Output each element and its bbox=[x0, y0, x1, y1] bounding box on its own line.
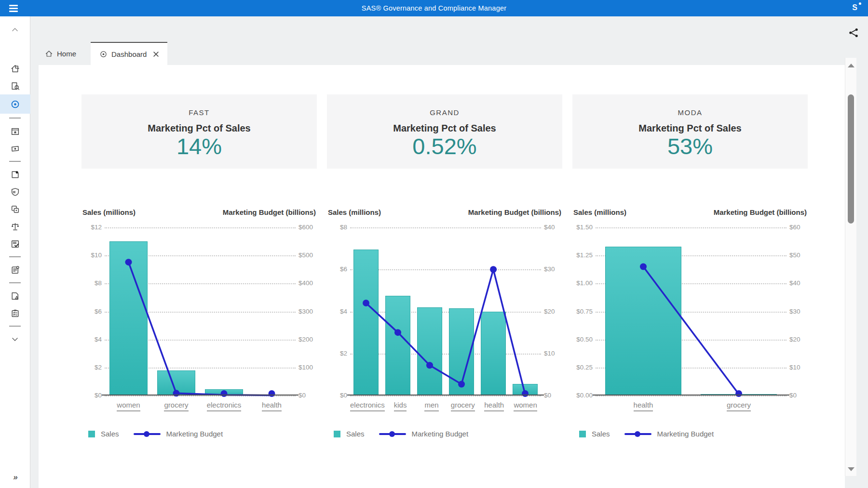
budget-point[interactable] bbox=[125, 259, 132, 265]
right-tick-label: $30 bbox=[544, 266, 555, 273]
budget-point[interactable] bbox=[458, 381, 465, 387]
category-slot: grocery bbox=[691, 401, 787, 411]
share-button[interactable] bbox=[848, 27, 859, 40]
chart-legend: SalesMarketing Budget bbox=[88, 430, 317, 438]
sidebar-item-assessments[interactable] bbox=[0, 304, 30, 322]
budget-line-layer bbox=[350, 227, 541, 396]
kpi-brand: MODA bbox=[572, 108, 808, 117]
combo-chart-grand: Sales (millions)Marketing Budget (billio… bbox=[327, 208, 562, 438]
category-label[interactable]: health bbox=[634, 401, 653, 411]
x-axis-baseline bbox=[102, 395, 298, 396]
app-title: SAS® Governance and Compliance Manager bbox=[0, 4, 868, 12]
sidebar-item-home[interactable] bbox=[0, 60, 30, 77]
right-tick-label: $300 bbox=[298, 308, 313, 315]
sidebar-item-dashboard[interactable] bbox=[0, 94, 30, 114]
right-tick-label: $600 bbox=[298, 224, 313, 231]
budget-point[interactable] bbox=[490, 266, 497, 273]
right-tick-label: $100 bbox=[298, 364, 313, 371]
sidebar-item-export[interactable] bbox=[0, 166, 30, 183]
category-slot: health bbox=[248, 401, 296, 411]
category-label[interactable]: men bbox=[424, 401, 438, 411]
vertical-scrollbar[interactable] bbox=[845, 58, 856, 476]
budget-line bbox=[129, 262, 272, 395]
right-axis-title: Marketing Budget (billions) bbox=[468, 208, 561, 216]
category-label[interactable]: health bbox=[484, 401, 504, 411]
kpi-card-grand[interactable]: GRAND Marketing Pct of Sales 0.52% bbox=[327, 94, 562, 169]
budget-point[interactable] bbox=[363, 300, 369, 306]
budget-point[interactable] bbox=[426, 362, 433, 369]
category-label[interactable]: grocery bbox=[164, 401, 188, 411]
sidebar-item-issues[interactable] bbox=[0, 287, 30, 304]
category-label[interactable]: electronics bbox=[350, 401, 385, 411]
share-icon bbox=[848, 27, 859, 39]
category-axis: electronicskidsmengroceryhealthwomen bbox=[350, 401, 541, 411]
kpi-brand: FAST bbox=[81, 108, 317, 117]
left-tick-label: $2 bbox=[340, 350, 347, 357]
scroll-down-arrow-icon[interactable] bbox=[848, 467, 854, 471]
right-tick-label: $10 bbox=[544, 350, 555, 357]
category-label[interactable]: electronics bbox=[207, 401, 242, 411]
kpi-card-moda[interactable]: MODA Marketing Pct of Sales 53% bbox=[572, 94, 808, 169]
axis-titles: Sales (millions)Marketing Budget (billio… bbox=[327, 208, 562, 216]
kpi-cards-row: FAST Marketing Pct of Sales 14% GRAND Ma… bbox=[81, 94, 808, 169]
sidebar-item-compliance[interactable] bbox=[0, 218, 30, 235]
budget-point[interactable] bbox=[269, 390, 275, 397]
plot bbox=[105, 227, 296, 396]
right-tick-label: $500 bbox=[298, 252, 313, 259]
budget-legend-line-icon bbox=[624, 431, 651, 437]
left-tick-label: $4 bbox=[95, 336, 102, 343]
chart-legend: SalesMarketing Budget bbox=[579, 430, 808, 438]
sidebar-item-expenses[interactable] bbox=[0, 140, 30, 157]
chart-legend: SalesMarketing Budget bbox=[334, 430, 562, 438]
budget-point[interactable] bbox=[221, 390, 228, 397]
sidebar-item-explore[interactable] bbox=[0, 77, 30, 94]
left-tick-label: $8 bbox=[340, 224, 347, 231]
right-axis: $600$500$400$300$200$100$0 bbox=[296, 227, 317, 396]
category-label[interactable]: women bbox=[514, 401, 537, 411]
legend-sales-label: Sales bbox=[101, 430, 119, 438]
sidebar-item-security[interactable] bbox=[0, 183, 30, 200]
left-axis: $1.50$1.25$1.00$0.75$0.50$0.25$0.00 bbox=[572, 227, 596, 396]
scrollbar-thumb[interactable] bbox=[848, 94, 854, 224]
scroll-up-arrow-icon[interactable] bbox=[848, 64, 854, 67]
budget-point[interactable] bbox=[522, 390, 529, 397]
category-label[interactable]: grocery bbox=[451, 401, 475, 411]
budget-point[interactable] bbox=[640, 263, 647, 270]
kpi-metric: Marketing Pct of Sales bbox=[327, 123, 562, 134]
category-label[interactable]: health bbox=[262, 401, 282, 411]
tab-close-button[interactable] bbox=[153, 52, 159, 57]
category-label[interactable]: kids bbox=[394, 401, 407, 411]
legend-sales-label: Sales bbox=[592, 430, 610, 438]
sidebar-item-reports[interactable] bbox=[0, 261, 30, 278]
sidebar-item-models[interactable] bbox=[0, 200, 30, 218]
sidebar-expand-icon[interactable]: » bbox=[13, 473, 16, 482]
right-tick-label: $40 bbox=[544, 224, 555, 231]
legend-budget-label: Marketing Budget bbox=[657, 430, 714, 438]
tab-home[interactable]: Home bbox=[37, 42, 84, 66]
tab-dashboard[interactable]: Dashboard bbox=[91, 42, 167, 66]
left-tick-label: $0.25 bbox=[576, 364, 593, 371]
sidebar-item-tasks[interactable] bbox=[0, 235, 30, 252]
category-label[interactable]: grocery bbox=[727, 401, 751, 411]
budget-point[interactable] bbox=[735, 390, 742, 397]
budget-point[interactable] bbox=[394, 329, 401, 336]
document-search-icon bbox=[10, 81, 20, 91]
right-tick-label: $200 bbox=[298, 336, 313, 343]
budget-point[interactable] bbox=[173, 390, 180, 396]
plot-area: $1.50$1.25$1.00$0.75$0.50$0.25$0.00$60$5… bbox=[572, 227, 808, 396]
sas-logo: S bbox=[852, 3, 857, 12]
category-label[interactable]: women bbox=[117, 401, 140, 411]
shield-icon bbox=[10, 187, 20, 197]
sidebar-item-calendar[interactable] bbox=[0, 122, 30, 140]
category-axis: healthgrocery bbox=[596, 401, 787, 411]
kpi-value: 0.52% bbox=[327, 134, 562, 158]
category-slot: kids bbox=[385, 401, 416, 411]
collapse-up-icon[interactable] bbox=[0, 21, 30, 39]
right-tick-label: $0 bbox=[298, 392, 306, 399]
axis-titles: Sales (millions)Marketing Budget (billio… bbox=[81, 208, 317, 216]
category-axis: womengroceryelectronicshealth bbox=[105, 401, 296, 411]
sales-legend-swatch-icon bbox=[579, 431, 586, 437]
kpi-card-fast[interactable]: FAST Marketing Pct of Sales 14% bbox=[81, 94, 317, 169]
top-app-bar: SAS® Governance and Compliance Manager S bbox=[0, 0, 868, 16]
collapse-down-icon[interactable] bbox=[0, 330, 30, 348]
